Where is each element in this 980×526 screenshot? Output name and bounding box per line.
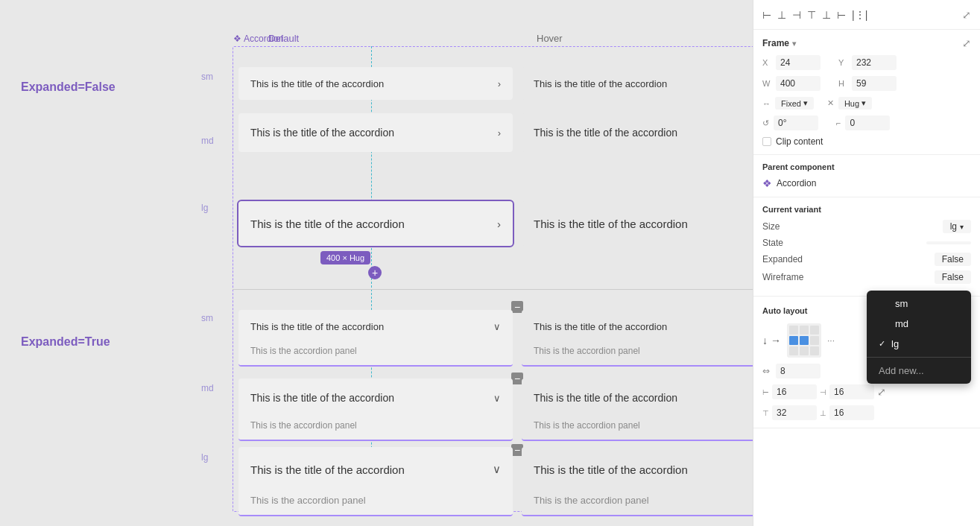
padding-more-icon[interactable]: ⤢ bbox=[877, 386, 886, 398]
size-dropdown-menu: sm md ✓ lg Add new... bbox=[867, 291, 971, 384]
accordion-panel: This is the accordion panel bbox=[238, 343, 513, 365]
direction-right-icon[interactable]: → bbox=[771, 335, 781, 346]
distribute-icon[interactable]: |⋮| bbox=[852, 9, 867, 21]
align-left-icon[interactable]: ⊢ bbox=[762, 9, 771, 21]
accordion-panel: This is the accordion panel bbox=[238, 492, 513, 515]
rotation-row: ↺ ⌐ bbox=[762, 115, 971, 130]
chevron-down-icon: ∨ bbox=[493, 393, 501, 404]
parent-component-row[interactable]: ❖ Accordion bbox=[762, 177, 971, 189]
size-lg-false: lg bbox=[201, 203, 208, 213]
current-variant-section: Current variant Size lg ▾ State Expanded… bbox=[753, 197, 980, 297]
size-badge: 400 × Hug bbox=[320, 251, 370, 264]
size-row: Size lg ▾ bbox=[762, 220, 971, 233]
wireframe-row: Wireframe False bbox=[762, 270, 971, 284]
alignment-grid[interactable] bbox=[787, 323, 821, 358]
dropdown-add-new[interactable]: Add new... bbox=[867, 361, 971, 381]
xy-row: X Y bbox=[762, 55, 971, 70]
dropdown-item-lg[interactable]: ✓ lg bbox=[867, 334, 971, 354]
rotation-input[interactable] bbox=[774, 115, 818, 130]
padding-right-input[interactable] bbox=[829, 384, 874, 399]
state-row: State bbox=[762, 238, 971, 248]
accordion-expanded-lg-default[interactable]: This is the title of the accordion ∨ Thi… bbox=[238, 447, 513, 516]
accordion-expanded-sm-default[interactable]: This is the title of the accordion ∨ Thi… bbox=[238, 310, 513, 367]
component-icon: ❖ bbox=[762, 177, 772, 189]
state-label: State bbox=[762, 238, 783, 248]
fixed-dropdown[interactable]: Fixed▾ bbox=[775, 97, 814, 110]
chevron-down-icon: ∨ bbox=[493, 463, 501, 476]
padding-row-2: ⊤ ⊥ bbox=[762, 405, 971, 420]
section-separator bbox=[233, 289, 753, 290]
column-hover-label: Hover bbox=[537, 33, 563, 44]
size-sm-false: sm bbox=[201, 72, 213, 82]
accordion-panel: This is the accordion panel bbox=[522, 492, 753, 515]
clip-content-row: Clip content bbox=[762, 136, 971, 147]
accordion-expanded-lg-hover[interactable]: This is the title of the accordion ∨ Thi… bbox=[522, 447, 753, 516]
fixed-hug-row: ↔ Fixed▾ ✕ Hug▾ bbox=[762, 97, 971, 110]
expanded-true-label: Expanded=True bbox=[21, 335, 110, 349]
padding-top-input[interactable] bbox=[772, 405, 817, 420]
accordion-item-sm-hover-false[interactable]: This is the title of the accordion › bbox=[522, 67, 753, 100]
expanded-row: Expanded False bbox=[762, 253, 971, 266]
clip-content-label: Clip content bbox=[776, 136, 823, 147]
align-center-h-icon[interactable]: ⊥ bbox=[777, 9, 786, 21]
accordion-panel: This is the accordion panel bbox=[238, 417, 513, 440]
align-top-icon[interactable]: ⊤ bbox=[807, 9, 816, 21]
size-lg-true: lg bbox=[201, 452, 208, 463]
chevron-right-icon: › bbox=[498, 127, 501, 139]
padding-row-1: ⊢ ⊣ ⤢ bbox=[762, 384, 971, 399]
right-panel: ⊢ ⊥ ⊣ ⊤ ⊥ ⊢ |⋮| ⤢ Frame ▾ ⤢ X Y W bbox=[753, 0, 980, 526]
accordion-item-lg-hover-false[interactable]: This is the title of the accordion › bbox=[522, 201, 753, 246]
state-dropdown[interactable] bbox=[926, 241, 971, 244]
canvas: Default Hover ❖ Accordion Expanded=False… bbox=[0, 0, 753, 526]
wh-row: W H bbox=[762, 76, 971, 91]
w-input[interactable] bbox=[776, 76, 821, 91]
expanded-label: Expanded bbox=[762, 254, 803, 264]
expanded-dropdown[interactable]: False bbox=[935, 253, 971, 266]
auto-layout-title: Auto layout bbox=[762, 306, 808, 315]
column-default-label: Default bbox=[268, 33, 299, 44]
dropdown-item-sm[interactable]: sm bbox=[867, 294, 971, 314]
padding-bottom-input[interactable] bbox=[829, 405, 874, 420]
size-label: Size bbox=[762, 221, 780, 232]
accordion-expanded-sm-hover[interactable]: This is the title of the accordion ∨ Thi… bbox=[522, 310, 753, 367]
dropdown-divider bbox=[867, 357, 971, 358]
clip-content-checkbox[interactable] bbox=[762, 137, 771, 146]
y-input[interactable] bbox=[852, 55, 897, 70]
accordion-expanded-md-default[interactable]: This is the title of the accordion ∨ Thi… bbox=[238, 378, 513, 441]
padding-left-icon: ⊢ bbox=[762, 388, 769, 396]
chevron-right-icon: › bbox=[498, 78, 501, 89]
accordion-item-sm-default-false[interactable]: This is the title of the accordion › bbox=[238, 67, 513, 100]
more-options-icon[interactable]: ··· bbox=[827, 335, 835, 346]
x-input[interactable] bbox=[776, 55, 821, 70]
accordion-item-md-hover-false[interactable]: This is the title of the accordion › bbox=[522, 113, 753, 152]
frame-title[interactable]: Frame ▾ bbox=[762, 38, 796, 48]
add-component-btn[interactable]: + bbox=[368, 266, 382, 279]
size-sm-true: sm bbox=[201, 313, 213, 323]
align-right-icon[interactable]: ⊣ bbox=[792, 9, 801, 21]
align-center-v-icon[interactable]: ⊥ bbox=[822, 9, 831, 21]
accordion-item-md-default-false[interactable]: This is the title of the accordion › bbox=[238, 113, 513, 152]
panel-toolbar: ⊢ ⊥ ⊣ ⊤ ⊥ ⊢ |⋮| ⤢ bbox=[753, 0, 980, 30]
resize-icon[interactable]: ⤢ bbox=[962, 9, 971, 21]
padding-bottom-icon: ⊥ bbox=[820, 409, 826, 417]
size-dropdown[interactable]: lg ▾ bbox=[943, 220, 971, 233]
direction-down-icon[interactable]: ↓ bbox=[762, 335, 768, 346]
accordion-panel: This is the accordion panel bbox=[522, 417, 753, 440]
wireframe-dropdown[interactable]: False bbox=[935, 270, 971, 284]
size-md-true: md bbox=[201, 383, 214, 393]
dropdown-item-md[interactable]: md bbox=[867, 314, 971, 334]
accordion-item-lg-default-false-selected[interactable]: This is the title of the accordion › bbox=[238, 201, 513, 246]
frame-section: Frame ▾ ⤢ X Y W H ↔ Fixed▾ bbox=[753, 30, 980, 155]
check-icon: ✓ bbox=[879, 339, 885, 349]
accordion-panel: This is the accordion panel bbox=[522, 343, 753, 365]
gap-input[interactable] bbox=[776, 364, 821, 378]
accordion-expanded-md-hover[interactable]: This is the title of the accordion ∨ Thi… bbox=[522, 378, 753, 441]
hug-dropdown[interactable]: Hug▾ bbox=[838, 97, 872, 110]
chevron-right-icon: › bbox=[497, 218, 501, 230]
align-bottom-icon[interactable]: ⊢ bbox=[837, 9, 846, 21]
h-input[interactable] bbox=[852, 76, 897, 91]
frame-resize-icon[interactable]: ⤢ bbox=[962, 37, 971, 49]
component-name: Accordion bbox=[777, 178, 816, 188]
padding-left-input[interactable] bbox=[772, 384, 817, 399]
corner-input[interactable] bbox=[845, 115, 890, 130]
